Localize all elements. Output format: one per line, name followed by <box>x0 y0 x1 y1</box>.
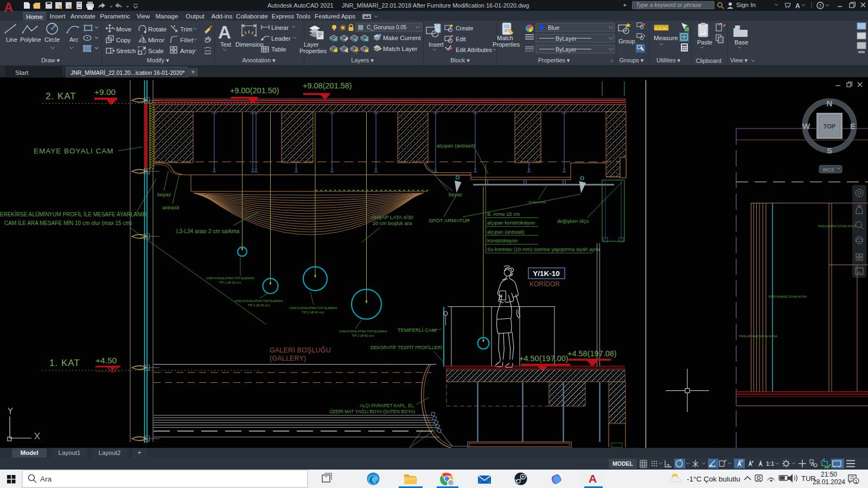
svg-text:GEREKİRSE ALÜMİNYUM PROFİL İLE: GEREKİRSE ALÜMİNYUM PROFİL İLE MESAFE AY… <box>0 211 148 217</box>
svg-text:Copy: Copy <box>116 37 131 43</box>
svg-text:Scale: Scale <box>148 48 164 54</box>
svg-text:beyaz: beyaz <box>157 191 171 197</box>
svg-text:+4.58(197.08): +4.58(197.08) <box>567 349 617 358</box>
svg-text:konstrüksiyon: konstrüksiyon <box>487 238 518 243</box>
svg-text:Paste: Paste <box>697 39 712 46</box>
svg-text:CAM AYDINLATMA TOP ELEMAN: CAM AYDINLATMA TOP ELEMAN <box>206 277 254 280</box>
svg-text:Insert: Insert <box>429 41 444 48</box>
svg-text:TİP 1 (Ø 15 cm): TİP 1 (Ø 15 cm) <box>219 281 241 284</box>
svg-text:Linear: Linear <box>271 24 289 31</box>
svg-text:1: 1 <box>854 479 857 484</box>
svg-text:alçıpan (antrasit): alçıpan (antrasit) <box>437 143 475 149</box>
svg-text:2. KAT: 2. KAT <box>46 91 76 101</box>
svg-text:A: A <box>795 2 800 10</box>
svg-text:CAM AYDINLATMA TOP ELEMAN: CAM AYDINLATMA TOP ELEMAN <box>339 330 387 333</box>
svg-text:1. KAT: 1. KAT <box>49 358 80 368</box>
svg-text:?: ? <box>819 3 821 9</box>
svg-text:Match: Match <box>497 35 513 41</box>
svg-text:Su kontrası (10 mm) üzerine ya: Su kontrası (10 mm) üzerine yapıştırma s… <box>487 247 601 252</box>
svg-text:28.01.2024: 28.01.2024 <box>813 478 845 486</box>
svg-text:TİP 2 (Ø 25 cm): TİP 2 (Ø 25 cm) <box>247 304 270 307</box>
svg-text:1:1: 1:1 <box>766 460 774 467</box>
svg-text:Circle: Circle <box>44 36 60 43</box>
svg-text:Properties: Properties <box>493 41 520 48</box>
svg-text:Group: Group <box>618 38 635 44</box>
svg-text:GALERİ BOŞLUĞU: GALERİ BOŞLUĞU <box>270 346 331 354</box>
svg-text:Y/1K-10: Y/1K-10 <box>533 269 560 278</box>
svg-text:Stretch: Stretch <box>116 48 136 54</box>
svg-text:+9.00(201.50): +9.00(201.50) <box>230 86 279 95</box>
svg-text:SIYAH AYNA: SIYAH AYNA <box>528 201 546 204</box>
svg-text:TİP 2 (Ø 60 cm): TİP 2 (Ø 60 cm) <box>352 334 374 337</box>
svg-text:N: N <box>827 99 833 108</box>
svg-text:DEKORATİF TESPİT PROFİLLERİ: DEKORATİF TESPİT PROFİLLERİ <box>371 345 442 350</box>
svg-text:Trim: Trim <box>180 26 193 33</box>
svg-text:A: A <box>4 1 13 15</box>
svg-text:A: A <box>589 472 597 485</box>
svg-text:EMAYE BOYALI CAM: EMAYE BOYALI CAM <box>34 147 114 155</box>
svg-text:Dimension: Dimension <box>235 41 264 48</box>
svg-text:+4.50(197.00): +4.50(197.00) <box>519 354 569 363</box>
svg-text:-1°C Çok bulutlu: -1°C Çok bulutlu <box>687 475 740 483</box>
svg-text:Properties: Properties <box>299 48 327 54</box>
svg-text:Layer: Layer <box>304 41 319 48</box>
svg-text:(GALLERY): (GALLERY) <box>270 355 306 362</box>
svg-text:ÜZERİ MAT YAĞLI BOYA (SATEN BO: ÜZERİ MAT YAĞLI BOYA (SATEN BOYA) <box>329 409 415 414</box>
svg-text:Measure: Measure <box>654 35 678 41</box>
svg-text:PASLANMAZ SİYAH AYNA: PASLANMAZ SİYAH AYNA <box>769 295 807 298</box>
svg-text:TEMPERLİ CAM: TEMPERLİ CAM <box>398 327 436 333</box>
svg-text:Line: Line <box>6 36 17 43</box>
svg-text:L3-L34 arası 2 cm sarkma: L3-L34 arası 2 cm sarkma <box>176 228 240 234</box>
svg-text:+9.08(201.58): +9.08(201.58) <box>303 81 352 90</box>
svg-text:21:50: 21:50 <box>821 471 837 478</box>
svg-text:MODEL: MODEL <box>612 460 634 467</box>
svg-text:B. Arme 15 cm: B. Arme 15 cm <box>487 211 520 217</box>
svg-text:değişken ölçü: değişken ölçü <box>557 218 589 224</box>
svg-text:WCS: WCS <box>822 166 834 172</box>
svg-text:beyaz: beyaz <box>449 191 463 197</box>
svg-text:A: A <box>218 22 231 42</box>
svg-text:ByLayer: ByLayer <box>556 35 577 42</box>
svg-text:Blue: Blue <box>548 24 559 31</box>
svg-text:+4.50: +4.50 <box>95 356 117 365</box>
svg-text:E: E <box>850 121 856 131</box>
svg-text:ALÇI PARAPET KAPL. EL.: ALÇI PARAPET KAPL. EL. <box>360 403 415 408</box>
svg-text:CAM AYDINLATMA TOP ELEMAN: CAM AYDINLATMA TOP ELEMAN <box>235 299 283 303</box>
svg-text:20 cm boşluk ara: 20 cm boşluk ara <box>373 220 412 226</box>
svg-text:Arc: Arc <box>69 36 79 43</box>
svg-text:Mirror: Mirror <box>148 37 164 43</box>
svg-text:TİP 2 (Ø 40 cm): TİP 2 (Ø 40 cm) <box>302 311 324 314</box>
svg-text:S: S <box>827 146 832 155</box>
svg-text:SPOT ARMATÜR: SPOT ARMATÜR <box>429 217 470 223</box>
svg-text:PASLANMAZ SİYAH AYNA: PASLANMAZ SİYAH AYNA <box>818 224 856 228</box>
svg-text:W: W <box>802 121 810 131</box>
svg-text:KORİDOR: KORİDOR <box>529 280 560 288</box>
svg-text:Base: Base <box>735 39 748 46</box>
svg-text:Text: Text <box>220 41 231 48</box>
svg-text:Polyline: Polyline <box>20 36 41 43</box>
svg-text:AHŞAP LATA 4/30: AHŞAP LATA 4/30 <box>371 214 413 220</box>
svg-text:Leader: Leader <box>271 35 291 42</box>
svg-text:Table: Table <box>271 46 286 53</box>
svg-text:PASLANMAZ SİYAH AYNA: PASLANMAZ SİYAH AYNA <box>739 335 777 338</box>
svg-text:+9.00: +9.00 <box>94 87 116 97</box>
svg-text:Create: Create <box>456 25 473 31</box>
svg-text:Array: Array <box>180 48 195 54</box>
svg-text:alçıpan (antrasit): alçıpan (antrasit) <box>487 229 524 235</box>
svg-text:Fillet: Fillet <box>180 37 194 43</box>
svg-text:C_Gorunus 0.05: C_Gorunus 0.05 <box>367 24 407 30</box>
svg-text:Ara: Ara <box>40 475 52 483</box>
svg-text:antrasit: antrasit <box>162 204 180 210</box>
svg-text:alçıpan konstrüksiyon: alçıpan konstrüksiyon <box>487 220 535 226</box>
svg-text:Edit: Edit <box>456 36 466 42</box>
svg-text:TOP: TOP <box>824 123 835 130</box>
svg-text:Move: Move <box>116 26 131 33</box>
svg-text:Make Current: Make Current <box>383 35 421 41</box>
svg-text:ByLayer: ByLayer <box>556 46 577 53</box>
svg-text:Match Layer: Match Layer <box>383 46 417 52</box>
svg-text:Edit Attributes: Edit Attributes <box>456 47 492 53</box>
svg-text:CAM AYDINLATMA TOP ELEMAN: CAM AYDINLATMA TOP ELEMAN <box>289 306 337 310</box>
svg-text:CAM İLE ARA MESAFE MİN 10 cm o: CAM İLE ARA MESAFE MİN 10 cm olur (max 1… <box>4 220 132 226</box>
svg-text:Rotate: Rotate <box>148 26 167 33</box>
